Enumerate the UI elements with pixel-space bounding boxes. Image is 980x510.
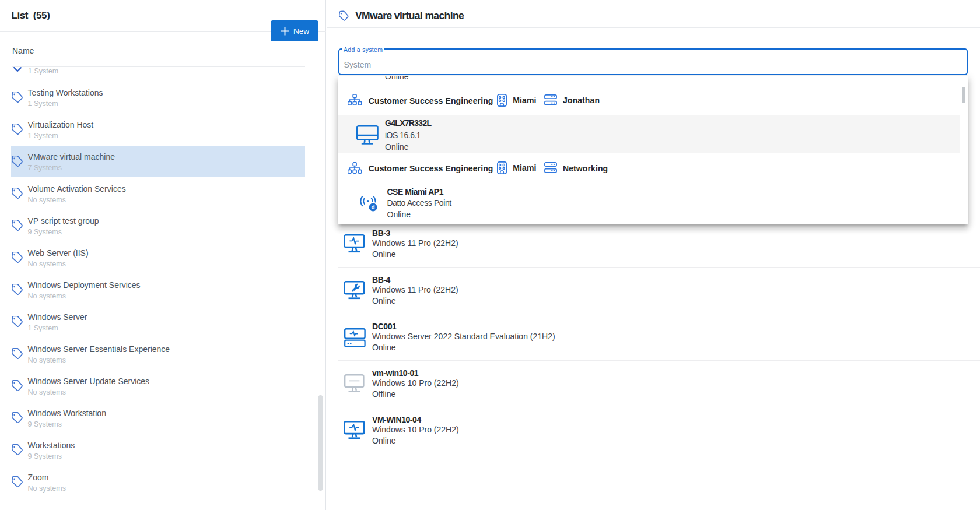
- svg-text:d: d: [371, 204, 374, 210]
